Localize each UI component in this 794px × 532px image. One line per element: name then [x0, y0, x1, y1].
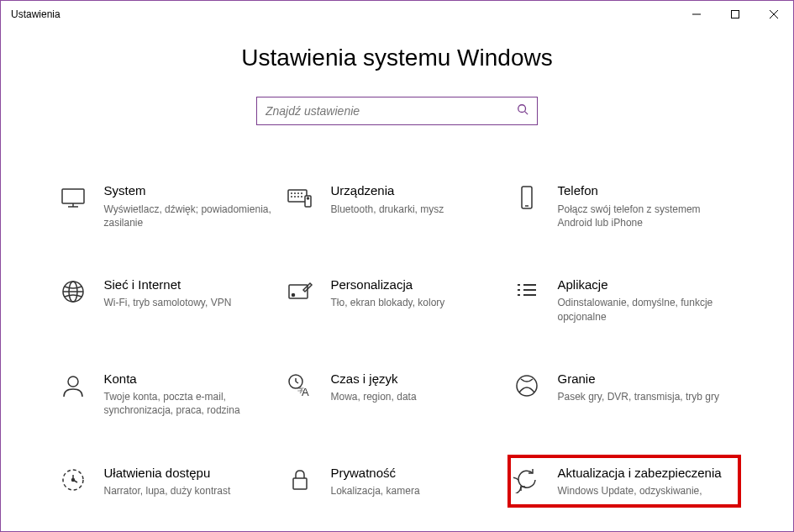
- category-title: Granie: [558, 371, 729, 387]
- page-title: Ustawienia systemu Windows: [1, 45, 793, 71]
- close-button[interactable]: [755, 1, 793, 28]
- svg-point-33: [68, 377, 78, 387]
- apps-list-icon: [511, 277, 543, 308]
- category-system[interactable]: System Wyświetlacz, dźwięk; powiadomieni…: [57, 176, 284, 236]
- paint-icon: [284, 277, 316, 308]
- category-title: Aplikacje: [558, 277, 729, 293]
- maximize-button[interactable]: [716, 1, 755, 28]
- svg-point-4: [518, 105, 526, 113]
- svg-point-43: [71, 478, 74, 481]
- category-phone[interactable]: Telefon Połącz swój telefon z systemem A…: [511, 176, 738, 236]
- category-personalization[interactable]: Personalizacja Tło, ekran blokady, kolor…: [284, 270, 511, 330]
- category-title: Konta: [104, 371, 276, 387]
- categories-grid: System Wyświetlacz, dźwięk; powiadomieni…: [1, 176, 793, 504]
- category-desc: Mowa, region, data: [331, 390, 502, 403]
- globe-icon: [57, 277, 89, 308]
- time-language-icon: A字: [284, 371, 316, 403]
- svg-line-5: [525, 112, 528, 115]
- category-desc: Twoje konta, poczta e-mail, synchronizac…: [104, 390, 276, 417]
- search-box[interactable]: [256, 97, 538, 125]
- main-content: Ustawienia systemu Windows System Wyświe…: [1, 28, 793, 504]
- window-controls: [677, 1, 793, 28]
- category-desc: Wyświetlacz, dźwięk; powiadomienia, zasi…: [104, 203, 276, 229]
- category-title: Ułatwienia dostępu: [104, 465, 276, 482]
- category-title: Czas i język: [331, 371, 502, 387]
- category-desc: Wi-Fi, tryb samolotowy, VPN: [104, 296, 276, 309]
- category-privacy[interactable]: Prywatność Lokalizacja, kamera: [284, 458, 511, 505]
- phone-icon: [511, 182, 543, 214]
- category-time-language[interactable]: A字 Czas i język Mowa, region, data: [284, 364, 511, 424]
- category-ease-of-access[interactable]: Ułatwienia dostępu Narrator, lupa, duży …: [57, 458, 284, 505]
- category-title: Personalizacja: [331, 277, 502, 293]
- update-icon: [511, 465, 543, 497]
- category-desc: Pasek gry, DVR, transmisja, tryb gry: [558, 390, 729, 403]
- category-desc: Lokalizacja, kamera: [331, 484, 502, 498]
- display-icon: [57, 182, 89, 214]
- category-accounts[interactable]: Konta Twoje konta, poczta e-mail, synchr…: [57, 364, 284, 424]
- titlebar: Ustawienia: [1, 1, 793, 28]
- svg-rect-20: [522, 187, 532, 208]
- ease-icon: [57, 465, 89, 497]
- xbox-icon: [511, 371, 543, 403]
- category-title: Urządzenia: [331, 182, 502, 199]
- person-icon: [57, 371, 89, 403]
- category-apps[interactable]: Aplikacje Odinstalowanie, domyślne, funk…: [511, 270, 738, 330]
- category-desc: Windows Update, odzyskiwanie,: [558, 484, 729, 498]
- search-icon: [517, 103, 528, 119]
- category-title: Prywatność: [331, 465, 502, 482]
- svg-rect-44: [293, 478, 307, 489]
- svg-line-36: [296, 382, 298, 383]
- svg-rect-1: [732, 11, 739, 18]
- category-update-security[interactable]: Aktualizacja i zabezpieczenia Windows Up…: [507, 455, 741, 508]
- category-desc: Połącz swój telefon z systemem Android l…: [558, 203, 729, 229]
- minimize-button[interactable]: [677, 1, 716, 28]
- keyboard-icon: [284, 182, 316, 214]
- lock-icon: [284, 465, 316, 497]
- category-desc: Bluetooth, drukarki, mysz: [331, 203, 502, 216]
- window-title: Ustawienia: [11, 8, 60, 20]
- category-title: System: [104, 182, 276, 199]
- svg-rect-6: [62, 189, 84, 203]
- svg-text:字: 字: [297, 387, 304, 394]
- category-title: Sieć i Internet: [104, 277, 276, 293]
- category-desc: Tło, ekran blokady, kolory: [331, 296, 502, 309]
- category-desc: Narrator, lupa, duży kontrast: [104, 484, 276, 498]
- category-network[interactable]: Sieć i Internet Wi-Fi, tryb samolotowy, …: [57, 270, 284, 330]
- category-devices[interactable]: Urządzenia Bluetooth, drukarki, mysz: [284, 176, 511, 236]
- svg-point-26: [292, 293, 294, 296]
- category-gaming[interactable]: Granie Pasek gry, DVR, transmisja, tryb …: [511, 364, 738, 424]
- category-desc: Odinstalowanie, domyślne, funkcje opcjon…: [558, 296, 729, 323]
- svg-rect-9: [288, 190, 307, 202]
- search-input[interactable]: [266, 104, 517, 118]
- category-title: Telefon: [558, 182, 729, 199]
- category-title: Aktualizacja i zabezpieczenia: [558, 465, 729, 482]
